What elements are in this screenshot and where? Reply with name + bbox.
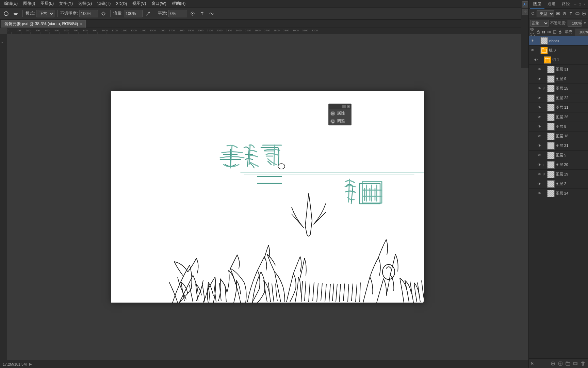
airbrush-icon[interactable]: [144, 10, 152, 18]
status-arrow[interactable]: ▶: [29, 362, 32, 366]
panel-close-btn[interactable]: ×: [583, 2, 587, 6]
angle-input[interactable]: [168, 10, 187, 17]
lock-all-icon[interactable]: [558, 29, 562, 35]
create-layer-icon[interactable]: [572, 361, 578, 367]
lock-transparent-icon[interactable]: [536, 29, 540, 35]
layer-eye-group3[interactable]: 👁: [530, 48, 535, 53]
add-adjustment-icon[interactable]: [550, 361, 556, 367]
layer-eye-15[interactable]: 👁: [537, 86, 542, 91]
fill-value-input[interactable]: [575, 29, 588, 35]
search-icon: [530, 10, 536, 17]
float-panel-close[interactable]: ×: [347, 105, 350, 108]
layer-item-15[interactable]: 👁 F 图层 15: [529, 84, 588, 93]
add-mask-icon[interactable]: [557, 361, 564, 367]
layer-item-31[interactable]: 👁 图层 31: [529, 65, 588, 74]
menu-window[interactable]: 窗口(W): [149, 0, 169, 7]
menu-3d[interactable]: 3D(D): [113, 1, 130, 7]
menu-select[interactable]: 选择(S): [76, 0, 95, 7]
layer-thumb-15: [547, 85, 555, 92]
layer-item-18[interactable]: 👁 图层 18: [529, 132, 588, 141]
layer-eye-18[interactable]: 👁: [537, 134, 542, 139]
extra-icon[interactable]: [208, 10, 216, 18]
svg-text:2000: 2000: [197, 29, 203, 32]
layer-eye-xiantu[interactable]: 👁: [530, 39, 535, 43]
layer-item-2[interactable]: 👁 图层 2: [529, 179, 588, 189]
float-panel-minimize[interactable]: ─: [342, 105, 346, 108]
layer-item-xiantu[interactable]: 👁 xiantu: [529, 36, 588, 46]
menu-help[interactable]: 帮助(H): [169, 0, 189, 7]
float-panel-adjustments[interactable]: 调整: [329, 117, 351, 125]
layer-eye-24[interactable]: 👁: [537, 191, 542, 196]
layer-item-21[interactable]: 👁 图层 21: [529, 141, 588, 151]
menu-view[interactable]: 视图(V): [130, 0, 149, 7]
create-group-icon[interactable]: [565, 361, 571, 367]
opacity-input[interactable]: [79, 10, 98, 17]
settings-icon[interactable]: [189, 10, 197, 18]
menu-image[interactable]: 图像(I): [20, 0, 38, 7]
layer-item-24[interactable]: 👁 图层 24: [529, 189, 588, 198]
brush-tool-icon[interactable]: [2, 10, 10, 18]
tab-paths[interactable]: 路径: [559, 0, 573, 9]
layer-eye-5[interactable]: 👁: [537, 153, 542, 158]
panel-minimize-btn[interactable]: ─: [573, 2, 577, 6]
right-panel: 图层 通道 路径 ─ □ × 类型 T: [528, 0, 588, 368]
opacity-value-input[interactable]: [568, 20, 582, 27]
toolbar-divider-1: [22, 10, 23, 17]
layer-eye-21[interactable]: 👁: [537, 143, 542, 148]
flow-input[interactable]: [124, 10, 143, 17]
lock-artboard-icon[interactable]: [553, 29, 557, 35]
menu-edit[interactable]: 编辑(E): [1, 0, 20, 7]
svg-point-5: [192, 13, 193, 14]
layer-item-5[interactable]: 👁 图层 5: [529, 151, 588, 160]
adjustment-filter-icon[interactable]: [561, 10, 567, 17]
canvas-area[interactable]: ─ × 属性 调整: [7, 34, 528, 360]
tab-layers[interactable]: 图层: [530, 0, 544, 9]
blend-mode-dropdown[interactable]: 正常: [530, 20, 549, 27]
symmetry-icon[interactable]: [198, 10, 206, 18]
layer-eye-22[interactable]: 👁: [537, 96, 542, 101]
layer-item-group1[interactable]: 👁 组 1: [529, 55, 588, 65]
layer-item-8[interactable]: 👁 图层 8: [529, 122, 588, 132]
layer-eye-19[interactable]: 👁: [537, 172, 542, 177]
blend-mode-select[interactable]: 正常: [36, 10, 54, 17]
layer-item-11[interactable]: 👁 图层 11: [529, 103, 588, 112]
layer-item-19[interactable]: 👁 F 图层 19: [529, 170, 588, 179]
svg-text:1000: 1000: [102, 29, 108, 32]
ai-button-2[interactable]: [522, 9, 528, 15]
layer-type-filter[interactable]: 类型: [537, 10, 554, 17]
menu-layers[interactable]: 图层(L): [38, 0, 56, 7]
float-panel-properties[interactable]: 属性: [329, 109, 351, 117]
layer-eye-9[interactable]: 👁: [537, 77, 542, 81]
menu-text[interactable]: 文字(Y): [56, 0, 76, 7]
panel-expand-btn[interactable]: □: [578, 2, 582, 6]
opacity-toggle-icon[interactable]: [99, 10, 108, 18]
smart-filter-icon[interactable]: [581, 10, 587, 17]
layer-eye-8[interactable]: 👁: [537, 124, 542, 129]
text-filter-icon[interactable]: T: [568, 10, 574, 17]
file-size-text: 17.2M/181.5M: [3, 362, 27, 366]
opacity-dropdown-icon[interactable]: ▼: [583, 21, 587, 25]
layer-eye-11[interactable]: 👁: [537, 105, 542, 110]
tab-channels[interactable]: 通道: [544, 0, 559, 9]
layer-eye-20[interactable]: 👁: [537, 163, 542, 167]
pixel-filter-icon[interactable]: [555, 10, 561, 17]
lock-pixels-icon[interactable]: [542, 29, 546, 35]
layer-item-group3[interactable]: 👁 组 3: [529, 46, 588, 55]
active-tab[interactable]: 装饰元素.psd @ 38.3% (xiantu, RGB/8#) ×: [1, 20, 86, 28]
svg-line-62: [534, 14, 535, 15]
lock-position-icon[interactable]: [547, 29, 551, 35]
shape-filter-icon[interactable]: [574, 10, 580, 17]
brush-preset-icon[interactable]: [12, 10, 20, 18]
layer-item-20[interactable]: 👁 F 图层 20: [529, 160, 588, 170]
layer-item-9[interactable]: 👁 图层 9: [529, 74, 588, 84]
delete-layer-icon[interactable]: [580, 361, 586, 367]
layer-eye-26[interactable]: 👁: [537, 115, 542, 120]
layer-eye-2[interactable]: 👁: [537, 182, 542, 186]
menu-filter[interactable]: 滤镜(T): [95, 0, 113, 7]
layer-eye-group1[interactable]: 👁: [534, 58, 538, 62]
tab-close-button[interactable]: ×: [80, 22, 82, 26]
ai-button-1[interactable]: AI: [522, 1, 528, 7]
layer-eye-31[interactable]: 👁: [537, 67, 542, 72]
layer-item-22[interactable]: 👁 图层 22: [529, 93, 588, 103]
layer-item-26[interactable]: 👁 图层 26: [529, 112, 588, 122]
